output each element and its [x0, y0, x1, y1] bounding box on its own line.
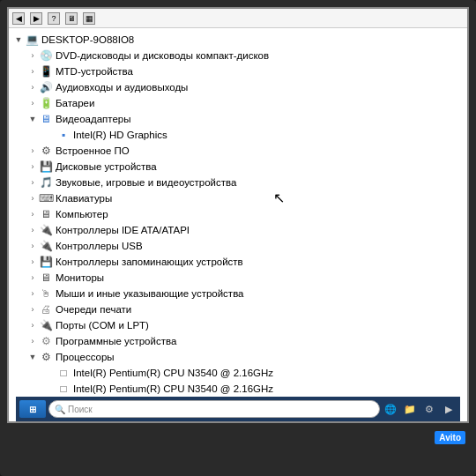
expand-btn-root[interactable]: ▼ — [12, 33, 25, 46]
label-battery: Батареи — [56, 98, 94, 108]
tree-item-graphics[interactable]: ▪Intel(R) HD Graphics — [9, 127, 467, 143]
icon-ports: 🔌 — [39, 318, 53, 332]
tree-item-usb[interactable]: ›🔌Контроллеры USB — [9, 238, 467, 254]
tree-item-ports[interactable]: ›🔌Порты (COM и LPT) — [9, 317, 467, 333]
search-icon: 🔍 — [55, 405, 65, 414]
taskbar-ie-icon[interactable]: 🌐 — [383, 401, 398, 417]
taskbar: ⊞ 🔍 Поиск 🌐 📁 ⚙ ▶ — [16, 397, 460, 421]
expand-btn-display[interactable]: ▼ — [26, 113, 39, 125]
expand-btn-proc[interactable]: ▼ — [26, 351, 39, 363]
label-mouse: Мыши и иные указывающие устройства — [56, 288, 244, 299]
tree-item-computer[interactable]: ›🖥Компьютер — [9, 206, 467, 222]
forward-btn[interactable]: ▶ — [30, 12, 42, 25]
expand-btn-proc2[interactable] — [44, 383, 56, 395]
avito-badge: Avito — [435, 431, 465, 444]
tree-item-display[interactable]: ▼🖥Видеоадаптеры — [9, 111, 467, 127]
label-disk: Дисковые устройства — [56, 161, 157, 172]
expand-btn-proc1[interactable] — [44, 367, 56, 379]
expand-btn-ports[interactable]: › — [26, 319, 39, 331]
tree-item-firmware[interactable]: ›⚙Встроенное ПО — [9, 143, 467, 159]
expand-btn-dvd[interactable]: › — [26, 49, 39, 62]
label-prog-dev: Программные устройства — [56, 336, 176, 346]
screen: ◀ ▶ ? 🖥 ▦ ▼💻DESKTOP-9O88IO8›💿DVD-дисково… — [7, 7, 469, 423]
expand-btn-sound[interactable]: › — [26, 176, 39, 189]
expand-btn-usb[interactable]: › — [26, 240, 39, 252]
icon-display: 🖥 — [39, 112, 53, 126]
view2-btn[interactable]: ▦ — [83, 12, 95, 25]
label-sound: Звуковые, игровые и видеоустройства — [56, 177, 236, 188]
search-placeholder: Поиск — [68, 405, 93, 414]
label-ports: Порты (COM и LPT) — [56, 320, 149, 331]
tree-item-sound[interactable]: ›🎵Звуковые, игровые и видеоустройства — [9, 175, 467, 190]
tree-item-disk[interactable]: ›💾Дисковые устройства — [9, 159, 467, 175]
device-tree: ▼💻DESKTOP-9O88IO8›💿DVD-дисководы и диско… — [9, 28, 467, 421]
label-proc2: Intel(R) Pentium(R) CPU N3540 @ 2.16GHz — [73, 383, 273, 394]
label-firmware: Встроенное ПО — [56, 145, 130, 156]
taskbar-media-icon[interactable]: ▶ — [441, 401, 457, 417]
expand-btn-mouse[interactable]: › — [26, 287, 39, 300]
help-btn[interactable]: ? — [48, 12, 60, 25]
expand-btn-ide[interactable]: › — [26, 224, 39, 236]
icon-computer: 🖥 — [39, 207, 53, 221]
back-btn[interactable]: ◀ — [12, 12, 25, 25]
taskbar-explorer-icon[interactable]: 📁 — [402, 401, 418, 417]
icon-mtd: 📱 — [39, 64, 53, 78]
tree-item-audio[interactable]: ›🔊Аудиовходы и аудиовыходы — [9, 79, 467, 95]
label-keyboard: Клавиатуры — [56, 193, 112, 204]
expand-btn-mtd[interactable]: › — [26, 65, 39, 78]
expand-btn-keyboard[interactable]: › — [26, 192, 39, 205]
icon-proc: ⚙ — [39, 350, 53, 364]
expand-btn-computer[interactable]: › — [26, 208, 39, 220]
search-bar[interactable]: 🔍 Поиск — [48, 400, 380, 418]
monitor-outer: ◀ ▶ ? 🖥 ▦ ▼💻DESKTOP-9O88IO8›💿DVD-дисково… — [0, 0, 476, 476]
label-usb: Контроллеры USB — [56, 241, 143, 251]
label-proc: Процессоры — [56, 352, 115, 362]
tree-item-keyboard[interactable]: ›⌨Клавиатуры — [9, 190, 467, 206]
icon-monitors: 🖥 — [39, 271, 53, 285]
expand-btn-print-queue[interactable]: › — [26, 303, 39, 316]
icon-proc1: □ — [56, 366, 71, 380]
expand-btn-storage[interactable]: › — [26, 256, 39, 268]
tree-item-print-queue[interactable]: ›🖨Очереди печати — [9, 301, 467, 317]
view1-btn[interactable]: 🖥 — [65, 12, 78, 25]
icon-print-queue: 🖨 — [39, 302, 53, 316]
icon-audio: 🔊 — [39, 80, 53, 94]
label-storage: Контроллеры запоминающих устройств — [56, 257, 243, 267]
expand-btn-audio[interactable]: › — [26, 81, 39, 93]
tree-item-proc2[interactable]: □Intel(R) Pentium(R) CPU N3540 @ 2.16GHz — [9, 381, 467, 397]
tree-item-battery[interactable]: ›🔋Батареи — [9, 95, 467, 111]
icon-disk: 💾 — [39, 160, 53, 174]
start-button[interactable]: ⊞ — [19, 400, 46, 418]
tree-item-storage[interactable]: ›💾Контроллеры запоминающих устройств — [9, 254, 467, 270]
tree-item-ide[interactable]: ›🔌Контроллеры IDE ATA/ATAPI — [9, 222, 467, 238]
label-audio: Аудиовходы и аудиовыходы — [56, 82, 188, 93]
icon-battery: 🔋 — [39, 96, 53, 110]
tree-item-dvd[interactable]: ›💿DVD-дисководы и дисководы компакт-диск… — [9, 48, 467, 63]
icon-root: 💻 — [25, 33, 39, 47]
icon-firmware: ⚙ — [39, 144, 53, 158]
expand-btn-battery[interactable]: › — [26, 97, 39, 109]
expand-btn-monitors[interactable]: › — [26, 271, 39, 284]
icon-prog-dev: ⚙ — [39, 334, 53, 348]
taskbar-settings-icon[interactable]: ⚙ — [421, 401, 437, 417]
tree-item-root[interactable]: ▼💻DESKTOP-9O88IO8 — [9, 32, 467, 48]
icon-ide: 🔌 — [39, 223, 53, 237]
icon-mouse: 🖱 — [39, 286, 53, 301]
expand-btn-graphics[interactable] — [44, 129, 56, 141]
label-computer: Компьютер — [56, 209, 108, 219]
label-display: Видеоадаптеры — [56, 114, 131, 124]
tree-item-mouse[interactable]: ›🖱Мыши и иные указывающие устройства — [9, 286, 467, 301]
tree-item-prog-dev[interactable]: ›⚙Программные устройства — [9, 333, 467, 349]
icon-graphics: ▪ — [56, 128, 71, 142]
expand-btn-disk[interactable]: › — [26, 160, 39, 173]
label-print-queue: Очереди печати — [56, 304, 131, 315]
expand-btn-prog-dev[interactable]: › — [26, 335, 39, 347]
taskbar-icons: 🌐 📁 ⚙ ▶ — [383, 401, 457, 417]
tree-item-proc1[interactable]: □Intel(R) Pentium(R) CPU N3540 @ 2.16GHz — [9, 365, 467, 381]
tree-item-proc[interactable]: ▼⚙Процессоры — [9, 349, 467, 365]
tree-item-mtd[interactable]: ›📱MTD-устройства — [9, 63, 467, 79]
expand-btn-firmware[interactable]: › — [26, 145, 39, 157]
tree-item-monitors[interactable]: ›🖥Мониторы — [9, 270, 467, 286]
toolbar: ◀ ▶ ? 🖥 ▦ — [9, 9, 467, 28]
label-proc1: Intel(R) Pentium(R) CPU N3540 @ 2.16GHz — [73, 368, 273, 378]
